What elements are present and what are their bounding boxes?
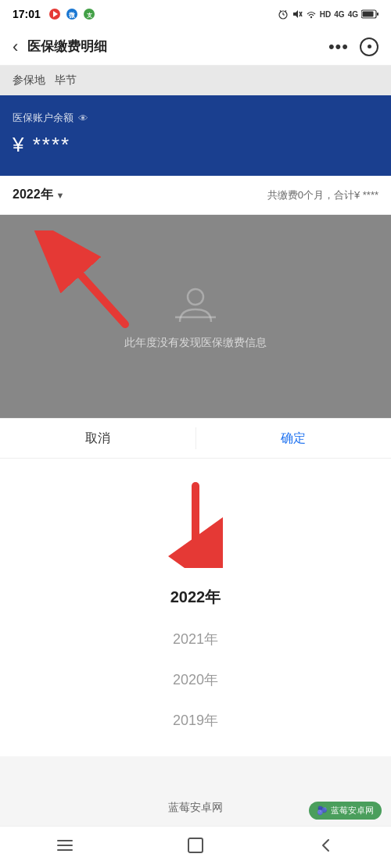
- more-button[interactable]: •••: [328, 37, 349, 57]
- ce-badge: 蓝莓安卓网: [168, 801, 223, 815]
- year-option-2020[interactable]: 2020年: [0, 659, 391, 700]
- svg-line-10: [285, 11, 286, 13]
- balance-card: 医保账户余额 👁 ¥ ****: [0, 95, 391, 176]
- scan-button[interactable]: [360, 38, 378, 56]
- year-picker: 2022年 2021年 2020年 2019年: [0, 459, 391, 756]
- scan-icon: [368, 45, 371, 48]
- svg-marker-11: [293, 10, 298, 18]
- back-nav-button[interactable]: [307, 831, 346, 859]
- watermark-text: 蓝莓安卓网: [331, 805, 374, 816]
- cancel-button[interactable]: 取消: [0, 420, 196, 458]
- svg-rect-27: [188, 838, 203, 852]
- svg-rect-17: [377, 13, 378, 16]
- location-value: 毕节: [55, 73, 77, 86]
- balance-label: 医保账户余额 👁: [13, 111, 378, 125]
- year-option-2022[interactable]: 2022年: [0, 576, 391, 619]
- home-icon: [187, 837, 204, 854]
- menu-icon: [56, 836, 74, 855]
- year-value: 2022年: [13, 187, 53, 203]
- app-icon-2: 微: [66, 8, 78, 20]
- svg-line-19: [55, 246, 125, 324]
- battery-icon: [361, 9, 378, 19]
- back-button[interactable]: ‹: [13, 37, 18, 57]
- watermark-emoji: 🫐: [317, 805, 328, 816]
- page-title: 医保缴费明细: [27, 38, 328, 55]
- eye-icon[interactable]: 👁: [78, 113, 88, 124]
- menu-button[interactable]: [45, 831, 84, 859]
- app-icon-3: 支: [83, 8, 95, 20]
- arrow-down-container: [0, 466, 391, 576]
- bottom-nav: [0, 826, 391, 868]
- red-arrow-down: [156, 482, 235, 568]
- svg-rect-16: [363, 12, 374, 17]
- year-option-2019[interactable]: 2019年: [0, 700, 391, 741]
- status-bar: 17:01 微 支: [0, 0, 391, 28]
- home-button[interactable]: [176, 831, 215, 859]
- alarm-icon: [278, 9, 289, 20]
- status-system-icons: HD 4G 4G: [278, 9, 378, 20]
- svg-point-20: [188, 289, 203, 305]
- svg-point-14: [310, 16, 312, 18]
- nav-bar: ‹ 医保缴费明细 •••: [0, 28, 391, 66]
- location-bar: 参保地 毕节: [0, 66, 391, 95]
- svg-text:支: 支: [85, 12, 92, 18]
- red-arrow-up: [31, 230, 156, 332]
- action-bar: 取消 确定: [0, 418, 391, 459]
- svg-text:微: 微: [68, 12, 76, 19]
- confirm-button[interactable]: 确定: [196, 420, 392, 458]
- status-time-area: 17:01 微 支: [13, 8, 95, 20]
- app-icon-1: [48, 8, 61, 20]
- empty-message: 此年度没有发现医保缴费信息: [124, 336, 267, 350]
- watermark: 🫐 蓝莓安卓网: [309, 802, 382, 820]
- volume-icon: [292, 9, 303, 20]
- hdr-badge: HD: [320, 10, 331, 19]
- location-label: 参保地: [13, 73, 45, 86]
- year-list: 2022年 2021年 2020年 2019年: [0, 576, 391, 756]
- signal-4g-2: 4G: [348, 10, 358, 19]
- year-bar: 2022年 ▼ 共缴费0个月，合计¥ ****: [0, 176, 391, 215]
- empty-person-icon: [174, 283, 217, 327]
- signal-4g-1: 4G: [334, 10, 344, 19]
- year-option-2021[interactable]: 2021年: [0, 619, 391, 659]
- wifi-icon: [306, 9, 317, 20]
- balance-amount: ¥ ****: [13, 133, 378, 157]
- dropdown-arrow-icon: ▼: [56, 191, 65, 200]
- year-selector[interactable]: 2022年 ▼: [13, 187, 64, 203]
- content-overlay: 此年度没有发现医保缴费信息: [0, 215, 391, 418]
- back-nav-icon: [317, 837, 335, 854]
- status-time: 17:01: [13, 8, 41, 20]
- svg-line-9: [280, 11, 282, 13]
- year-summary: 共缴费0个月，合计¥ ****: [267, 188, 378, 202]
